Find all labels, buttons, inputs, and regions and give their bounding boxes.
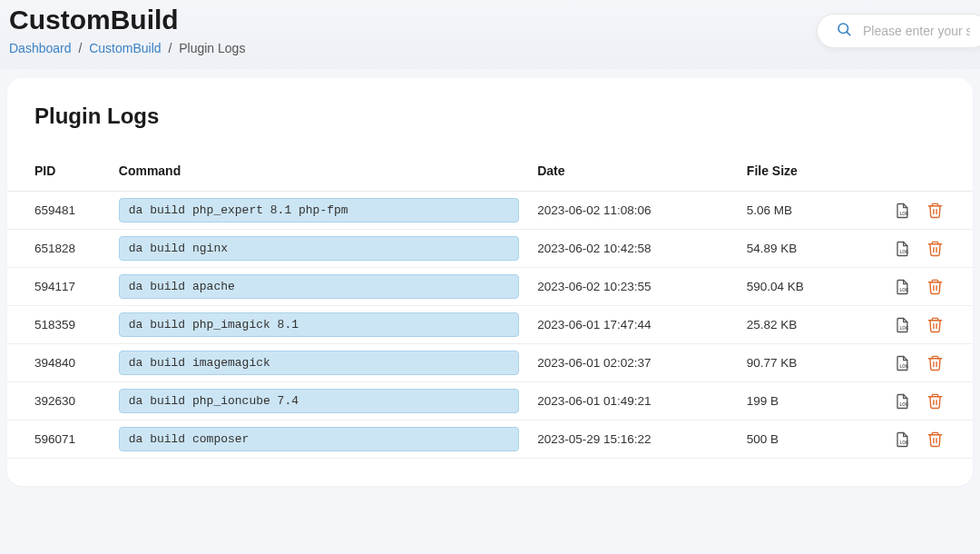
cell-size: 54.89 KB [738,230,873,268]
cell-pid: 392630 [7,382,110,420]
svg-text:LOG: LOG [900,402,909,407]
col-header-date: Date [528,151,738,192]
breadcrumb-dashboard[interactable]: Dashboard [9,41,72,55]
command-chip: da build imagemagick [119,351,519,375]
cell-size: 500 B [738,420,873,459]
col-header-pid: PID [7,151,110,192]
svg-text:LOG: LOG [900,212,909,216]
cell-actions: LOG [872,306,973,344]
delete-icon[interactable] [924,429,946,450]
cell-pid: 659481 [7,192,110,230]
breadcrumb-sep: / [168,41,172,55]
logs-table: PID Command Date File Size 659481 da bui… [7,151,973,459]
view-log-icon[interactable]: LOG [891,238,913,260]
plugin-logs-card: Plugin Logs PID Command Date File Size 6… [7,78,973,486]
table-row: 651828 da build nginx 2023-06-02 10:42:5… [7,230,973,268]
search-input[interactable] [863,24,970,38]
view-log-icon[interactable]: LOG [891,391,913,412]
cell-command: da build imagemagick [110,344,528,382]
delete-icon[interactable] [924,238,946,260]
cell-actions: LOG [872,344,973,382]
svg-text:LOG: LOG [900,440,909,445]
col-header-actions [872,151,973,192]
col-header-size: File Size [738,151,873,192]
cell-date: 2023-06-01 17:47:44 [528,306,738,344]
cell-size: 5.06 MB [738,192,873,230]
cell-date: 2023-06-01 01:49:21 [528,382,738,420]
cell-command: da build php_expert 8.1 php-fpm [110,192,528,230]
cell-pid: 596071 [7,420,110,459]
cell-date: 2023-05-29 15:16:22 [528,420,738,459]
breadcrumb-sep: / [78,41,82,55]
delete-icon[interactable] [924,391,946,412]
breadcrumb-current: Plugin Logs [179,41,245,55]
cell-pid: 651828 [7,230,110,268]
cell-date: 2023-06-02 11:08:06 [528,192,738,230]
cell-size: 590.04 KB [738,268,873,306]
cell-command: da build php_ioncube 7.4 [110,382,528,420]
card-title: Plugin Logs [7,104,973,129]
search-box[interactable] [817,14,980,48]
view-log-icon[interactable]: LOG [891,429,913,450]
svg-text:LOG: LOG [900,326,909,331]
view-log-icon[interactable]: LOG [891,314,913,336]
table-row: 594117 da build apache 2023-06-02 10:23:… [7,268,973,306]
col-header-command: Command [110,151,528,192]
cell-command: da build apache [110,268,528,306]
cell-date: 2023-06-02 10:42:58 [528,230,738,268]
table-row: 659481 da build php_expert 8.1 php-fpm 2… [7,192,973,230]
svg-text:LOG: LOG [900,288,909,292]
svg-line-1 [847,32,850,35]
delete-icon[interactable] [924,352,946,374]
cell-size: 25.82 KB [738,306,873,344]
table-row: 596071 da build composer 2023-05-29 15:1… [7,420,973,459]
cell-actions: LOG [872,382,973,420]
cell-command: da build composer [110,420,528,459]
table-row: 394840 da build imagemagick 2023-06-01 0… [7,344,973,382]
command-chip: da build apache [119,274,519,299]
command-chip: da build php_expert 8.1 php-fpm [119,198,519,223]
cell-pid: 594117 [7,268,110,306]
table-row: 392630 da build php_ioncube 7.4 2023-06-… [7,382,973,420]
cell-command: da build nginx [110,230,528,268]
cell-actions: LOG [872,192,973,230]
svg-text:LOG: LOG [900,364,909,369]
cell-pid: 394840 [7,344,110,382]
view-log-icon[interactable]: LOG [891,276,913,298]
page-header: CustomBuild Dashboard / CustomBuild / Pl… [0,0,980,69]
cell-actions: LOG [872,420,973,459]
command-chip: da build composer [119,427,519,451]
command-chip: da build php_imagick 8.1 [119,312,519,337]
cell-date: 2023-06-01 02:02:37 [528,344,738,382]
svg-text:LOG: LOG [900,250,909,254]
command-chip: da build nginx [119,236,519,261]
search-icon [836,21,852,41]
cell-command: da build php_imagick 8.1 [110,306,528,344]
command-chip: da build php_ioncube 7.4 [119,389,519,413]
cell-date: 2023-06-02 10:23:55 [528,268,738,306]
delete-icon[interactable] [924,200,946,222]
breadcrumb-custombuild[interactable]: CustomBuild [89,41,161,55]
cell-actions: LOG [872,268,973,306]
view-log-icon[interactable]: LOG [891,352,913,374]
cell-size: 199 B [738,382,873,420]
delete-icon[interactable] [924,276,946,298]
view-log-icon[interactable]: LOG [891,200,913,222]
cell-actions: LOG [872,230,973,268]
table-row: 518359 da build php_imagick 8.1 2023-06-… [7,306,973,344]
cell-size: 90.77 KB [738,344,873,382]
cell-pid: 518359 [7,306,110,344]
delete-icon[interactable] [924,314,946,336]
